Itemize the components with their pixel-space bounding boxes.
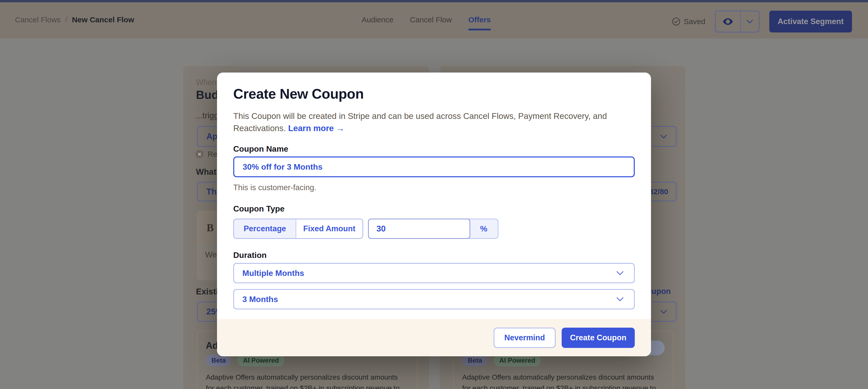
coupon-name-input[interactable]: [233, 157, 635, 177]
breadcrumb-parent[interactable]: Cancel Flows: [15, 15, 61, 24]
saved-status: Saved: [672, 17, 705, 26]
saved-label: Saved: [684, 17, 705, 26]
beta-badge: Beta: [462, 355, 488, 366]
preview-dropdown-button[interactable]: [741, 11, 759, 32]
amount-field: %: [368, 219, 498, 239]
existing-coupon-label: Existi: [196, 287, 218, 296]
create-coupon-modal: Create New Coupon This Coupon will be cr…: [217, 72, 651, 356]
char-counter: 32/80: [649, 187, 668, 196]
breadcrumb-separator: /: [65, 15, 67, 24]
coupon-name-label: Coupon Name: [233, 144, 288, 154]
beta-badge: Beta: [206, 355, 231, 366]
check-circle-icon: [672, 17, 680, 26]
tab-cancel-flow[interactable]: Cancel Flow: [410, 15, 452, 24]
adaptive-description: Adaptive Offers automatically personaliz…: [462, 372, 663, 389]
create-coupon-button[interactable]: Create Coupon: [562, 328, 635, 348]
breadcrumb: Cancel Flows / New Cancel Flow: [15, 15, 134, 24]
duration-select[interactable]: Multiple Months: [233, 263, 635, 283]
header-tabs: Audience Cancel Flow Offers: [362, 15, 491, 24]
header-actions: Saved Activate Segment: [672, 2, 852, 41]
chevron-down-icon: [660, 134, 667, 139]
active-tab-underline: [468, 29, 491, 30]
amount-input[interactable]: [368, 219, 470, 239]
brand-top-strip: [0, 0, 868, 2]
tab-audience[interactable]: Audience: [362, 15, 393, 24]
eye-icon: [722, 18, 733, 25]
adaptive-heading: Ad: [206, 340, 218, 351]
coupon-name-hint: This is customer-facing.: [233, 183, 316, 192]
adaptive-description: Adaptive Offers automatically personaliz…: [206, 372, 406, 389]
ai-powered-badge: AI Powered: [237, 355, 284, 366]
trigger-text: ...trigg: [195, 111, 219, 121]
badge-row: Beta AI Powered: [206, 355, 284, 366]
chevron-down-icon: [616, 271, 624, 275]
app-header: Cancel Flows / New Cancel Flow Audience …: [0, 2, 868, 38]
amount-unit-suffix: %: [470, 219, 498, 238]
modal-description: This Coupon will be created in Stripe an…: [233, 110, 611, 134]
activate-segment-button[interactable]: Activate Segment: [769, 11, 852, 32]
tab-offers[interactable]: Offers: [468, 15, 491, 24]
chevron-down-icon: [746, 20, 753, 24]
modal-title: Create New Coupon: [233, 86, 364, 102]
duration-months-select[interactable]: 3 Months: [233, 289, 635, 310]
preview-split-button: [715, 11, 760, 32]
coupon-type-label: Coupon Type: [233, 204, 284, 214]
nevermind-button[interactable]: Nevermind: [494, 328, 556, 348]
segment-fixed-amount[interactable]: Fixed Amount: [296, 219, 363, 238]
modal-footer: Nevermind Create Coupon: [217, 319, 651, 356]
duration-label: Duration: [233, 251, 267, 260]
badge-row: Beta AI Powered: [462, 355, 541, 366]
breadcrumb-current: New Cancel Flow: [72, 15, 134, 24]
chevron-down-icon: [616, 297, 624, 301]
coupon-type-segmented-control: Percentage Fixed Amount: [233, 219, 363, 239]
preview-button[interactable]: [716, 11, 741, 32]
x-circle-icon: ✕: [195, 150, 204, 158]
learn-more-link[interactable]: Learn more →: [288, 124, 344, 133]
ai-powered-badge: AI Powered: [494, 355, 541, 366]
segment-percentage[interactable]: Percentage: [234, 219, 296, 238]
chevron-down-icon: [660, 310, 667, 314]
